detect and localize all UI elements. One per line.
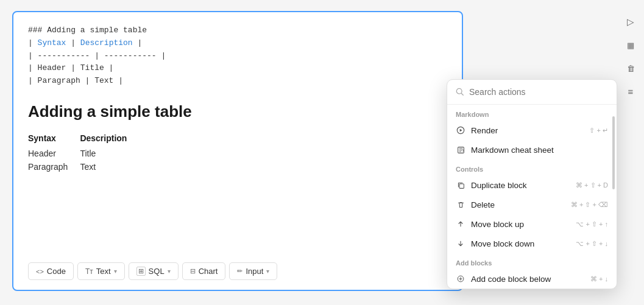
move-up-icon (456, 219, 465, 229)
render-menu-item[interactable]: Render ⇧ + ↵ (447, 121, 617, 140)
move-block-down-menu-item[interactable]: Move block down ⌥ + ⇧ + ↓ (447, 234, 617, 253)
sidebar-icons: ▷ ▦ 🗑 ≡ (622, 13, 639, 100)
chart-icon: ⊟ (190, 267, 196, 275)
render-item-left: Render (456, 125, 498, 135)
delete-shortcut: ⌘ + ⇧ + ⌫ (571, 201, 608, 209)
syntax-col: Syntax (38, 38, 66, 47)
add-code-block-below-menu-item[interactable]: Add code block below ⌘ + ↓ (447, 269, 617, 289)
rendered-content: Adding a simple table Syntax Description… (28, 100, 447, 255)
table-view-icon: ▦ (627, 41, 634, 50)
table-view-button[interactable]: ▦ (622, 37, 639, 54)
add-code-block-below-label: Add code block below (471, 275, 551, 284)
code-label: Code (47, 267, 66, 276)
play-icon: ▷ (627, 16, 634, 27)
add-code-shortcut: ⌘ + ↓ (590, 275, 608, 283)
menu-search-container (447, 80, 617, 105)
delete-icon (456, 200, 465, 209)
code-icon: <> (36, 268, 44, 275)
move-up-item-left: Move block up (456, 219, 524, 229)
delete-block-button[interactable]: 🗑 (622, 60, 639, 77)
move-block-down-label: Move block down (471, 239, 534, 248)
more-options-button[interactable]: ≡ (622, 83, 639, 100)
sql-icon: ⊞ (136, 267, 146, 276)
text-button[interactable]: Tт Text ▾ (77, 262, 125, 280)
svg-line-1 (461, 93, 463, 95)
play-button[interactable]: ▷ (622, 13, 639, 30)
render-shortcut: ⇧ + ↵ (589, 127, 608, 135)
controls-section-label: Controls (447, 160, 617, 175)
duplicate-icon (456, 180, 465, 190)
duplicate-shortcut: ⌘ + ⇧ + D (576, 181, 608, 189)
cell-header: Header (28, 147, 80, 160)
col-header-syntax: Syntax (28, 132, 80, 147)
code-line-1: ### Adding a simple table (28, 24, 447, 37)
sql-label: SQL (149, 267, 165, 276)
add-code-icon (456, 274, 465, 284)
add-code-item-left: Add code block below (456, 274, 551, 284)
delete-menu-item[interactable]: Delete ⌘ + ⇧ + ⌫ (447, 195, 617, 214)
move-block-up-menu-item[interactable]: Move block up ⌥ + ⇧ + ↑ (447, 214, 617, 234)
editor-area: ### Adding a simple table | Syntax | Des… (12, 11, 463, 291)
rendered-table: Syntax Description Header Title Paragrap… (28, 132, 139, 174)
cell-title: Title (80, 147, 139, 160)
move-down-item-left: Move block down (456, 239, 534, 248)
cell-text: Text (80, 160, 139, 174)
render-label: Render (471, 126, 498, 135)
col-header-description: Description (80, 132, 139, 147)
render-icon (456, 125, 465, 135)
move-down-shortcut: ⌥ + ⇧ + ↓ (576, 240, 608, 248)
code-line-5: | Paragraph | Text | (28, 75, 447, 88)
rendered-heading: Adding a simple table (28, 102, 447, 121)
add-blocks-section-label: Add blocks (447, 253, 617, 269)
code-line-2: | Syntax | Description | (28, 37, 447, 50)
scroll-indicator (612, 116, 615, 189)
context-menu: Markdown Render ⇧ + ↵ (447, 79, 617, 289)
delete-label: Delete (471, 200, 495, 209)
text-format-icon: Tт (85, 267, 93, 276)
search-icon (456, 88, 464, 96)
duplicate-block-label: Duplicate block (471, 181, 527, 190)
delete-item-left: Delete (456, 200, 495, 209)
table-row: Header Title (28, 147, 139, 160)
move-down-icon (456, 239, 465, 248)
description-col: Description (80, 38, 133, 47)
cheat-sheet-label: Markdown cheat sheet (471, 145, 554, 155)
sql-chevron-icon: ▾ (168, 268, 171, 275)
code-line-3: | ----------- | ----------- | (28, 50, 447, 63)
search-input[interactable] (469, 87, 608, 97)
code-block: ### Adding a simple table | Syntax | Des… (28, 24, 447, 88)
table-row: Paragraph Text (28, 160, 139, 174)
more-options-icon: ≡ (628, 86, 634, 97)
input-button[interactable]: ✏ Input ▾ (229, 262, 277, 280)
text-label: Text (96, 267, 111, 276)
move-up-shortcut: ⌥ + ⇧ + ↑ (576, 220, 608, 228)
code-heading: ### Adding a simple table (28, 26, 147, 35)
code-button[interactable]: <> Code (28, 262, 74, 280)
cheat-sheet-icon (456, 145, 465, 155)
svg-marker-3 (460, 129, 462, 131)
toolbar: <> Code Tт Text ▾ ⊞ SQL ▾ ⊟ Chart ✏ Inpu… (28, 255, 447, 280)
input-chevron-icon: ▾ (266, 268, 269, 275)
input-icon: ✏ (237, 267, 242, 275)
input-label: Input (246, 267, 263, 276)
delete-block-icon: 🗑 (627, 64, 635, 73)
markdown-section-label: Markdown (447, 105, 617, 121)
text-chevron-icon: ▾ (114, 268, 117, 275)
chart-label: Chart (199, 267, 218, 276)
sql-button[interactable]: ⊞ SQL ▾ (129, 262, 179, 280)
duplicate-item-left: Duplicate block (456, 180, 527, 190)
chart-button[interactable]: ⊟ Chart (182, 262, 226, 280)
main-container: ### Adding a simple table | Syntax | Des… (0, 0, 644, 305)
svg-rect-5 (459, 184, 464, 188)
cell-paragraph: Paragraph (28, 160, 80, 174)
code-line-4: | Header | Title | (28, 62, 447, 75)
markdown-cheat-sheet-menu-item[interactable]: Markdown cheat sheet (447, 140, 617, 160)
move-block-up-label: Move block up (471, 220, 524, 229)
duplicate-block-menu-item[interactable]: Duplicate block ⌘ + ⇧ + D (447, 175, 617, 195)
cheat-sheet-item-left: Markdown cheat sheet (456, 145, 554, 155)
